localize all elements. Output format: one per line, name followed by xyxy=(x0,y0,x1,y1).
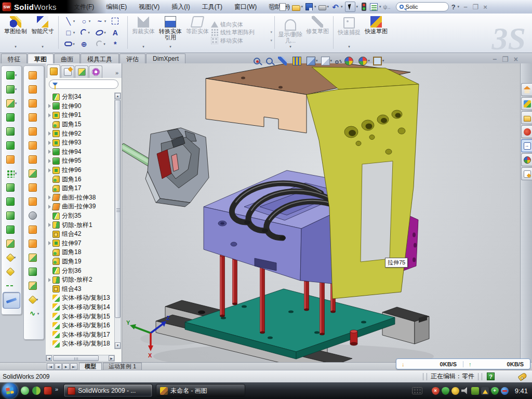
tool-button[interactable]: ▾ xyxy=(24,152,44,166)
tool-button[interactable]: ▾ xyxy=(2,82,21,96)
tool-button[interactable]: ▾ xyxy=(24,138,44,152)
tool-button[interactable]: ▾ xyxy=(24,166,44,180)
menu-item[interactable]: 插入(I) xyxy=(170,2,191,12)
vertical-scroll-thumb[interactable] xyxy=(115,100,121,318)
feature-tree-item[interactable]: 实体-移动/复制13 xyxy=(47,294,115,303)
sketch-entity-button[interactable]: ▾ xyxy=(109,16,124,27)
offset-entities-button[interactable]: 等距实体 xyxy=(184,15,211,50)
tool-button[interactable]: ▾ xyxy=(2,166,21,180)
sketch-entity-button[interactable]: □ ▾ xyxy=(62,27,77,38)
tree-vertical-scrollbar[interactable]: ▲ ▼ xyxy=(114,92,121,349)
expander-icon[interactable] xyxy=(48,113,51,117)
tool-button[interactable]: ▾ xyxy=(2,124,21,138)
feature-tree-item[interactable]: 拉伸96 xyxy=(47,166,115,175)
feature-tree-item[interactable]: 实体-移动/复制15 xyxy=(47,312,115,321)
expander-icon[interactable] xyxy=(48,195,51,200)
feature-tree-item[interactable]: 组合42 xyxy=(47,230,115,239)
view-tool-button[interactable]: ▾ xyxy=(266,58,275,64)
expander-icon[interactable] xyxy=(48,223,51,227)
scroll-down-button[interactable]: ▼ xyxy=(115,342,121,349)
feature-tree-item[interactable]: 圆角18 xyxy=(47,248,115,257)
minimize-button[interactable]: − xyxy=(461,3,470,11)
menu-item[interactable]: 视图(V) xyxy=(138,2,161,12)
sketch-entity-button[interactable]: ⊕ ▾ xyxy=(77,38,93,50)
mirror-entities-button[interactable]: 镜向实体 xyxy=(211,21,272,28)
select-dropdown-icon[interactable]: ▾ xyxy=(356,5,358,9)
sketch-entity-button[interactable]: * ▾ xyxy=(109,38,124,50)
scroll-up-button[interactable]: ▲ xyxy=(115,93,121,99)
task-pane-tab[interactable] xyxy=(521,125,532,138)
tool-button[interactable]: ▾ xyxy=(24,96,44,110)
scroll-right-button[interactable]: ▶ xyxy=(109,355,114,361)
security-shield-icon[interactable] xyxy=(442,387,449,395)
pin-button[interactable] xyxy=(269,4,276,10)
tool-button[interactable]: ▾ xyxy=(24,82,44,96)
close-button[interactable]: × xyxy=(481,3,489,11)
update-blocked-icon[interactable] xyxy=(501,387,509,395)
quick-tips-help-button[interactable]: ? xyxy=(487,373,495,380)
quicklaunch-solidworks-icon[interactable] xyxy=(44,387,52,395)
view-tool-button[interactable]: ▾ xyxy=(307,57,318,65)
view-tool-button[interactable]: ▾ xyxy=(254,58,263,64)
feature-tree-item[interactable]: 实体-移动/复制14 xyxy=(47,303,115,312)
view-tool-button[interactable]: ▾ xyxy=(344,57,356,65)
feature-tree-item[interactable]: 圆角16 xyxy=(47,175,115,184)
linear-sketch-pattern-button[interactable]: 线性草图阵列 ▾ xyxy=(211,29,272,36)
tool-button[interactable]: ▾ xyxy=(24,208,44,222)
sketch-button[interactable]: 草图绘制 ▾ xyxy=(2,15,29,50)
feature-tree-item[interactable]: 拉伸95 xyxy=(47,156,115,166)
view-tool-button[interactable]: ▾ xyxy=(321,57,332,65)
feature-tree-item[interactable]: 拉伸91 xyxy=(47,111,115,120)
configurationmanager-tab[interactable] xyxy=(75,65,88,78)
expander-icon[interactable] xyxy=(48,159,51,163)
featuremanager-tab[interactable] xyxy=(47,64,60,78)
expander-icon[interactable] xyxy=(48,205,51,209)
certificate-icon[interactable] xyxy=(451,387,459,395)
stoplight-icon[interactable] xyxy=(362,3,366,11)
tool-button[interactable]: ▾ xyxy=(2,222,21,236)
tool-button[interactable]: ▾ xyxy=(2,152,21,166)
expander-icon[interactable] xyxy=(48,104,51,108)
tool-button[interactable]: ▾ xyxy=(24,68,44,82)
expander-icon[interactable] xyxy=(48,168,51,172)
restore-button[interactable]: ❐ xyxy=(471,3,480,11)
task-pane-tab[interactable] xyxy=(521,167,532,180)
save-button[interactable] xyxy=(305,3,313,10)
open-document-button[interactable] xyxy=(292,5,300,11)
menu-item[interactable]: 文件(F) xyxy=(73,2,95,12)
feature-tree-item[interactable]: 实体-移动/复制16 xyxy=(47,321,115,330)
expander-icon[interactable] xyxy=(48,141,51,145)
panel-more-button[interactable]: » xyxy=(113,70,121,78)
tool-button[interactable]: ▾ xyxy=(24,292,44,307)
ribbon-tab[interactable]: 草图 xyxy=(28,54,54,63)
view-tool-button[interactable]: ▾ xyxy=(358,57,370,65)
ribbon-tab[interactable]: 模具工具 xyxy=(81,54,119,63)
quicklaunch-media-icon[interactable] xyxy=(32,387,41,395)
trim-entities-button[interactable]: 剪裁实体 ▾ xyxy=(130,15,157,50)
tool-button[interactable]: ▾ xyxy=(2,278,21,292)
menu-item[interactable]: 工具(T) xyxy=(201,2,223,12)
volume-icon[interactable] xyxy=(461,387,469,395)
convert-entities-button[interactable]: 转换实体引用 ▾ xyxy=(157,15,184,50)
sketch-entity-button[interactable]: ○ ▾ xyxy=(77,16,93,27)
tab-nav-button[interactable]: |◀ xyxy=(47,363,54,370)
feature-tree-item[interactable]: 分割35 xyxy=(47,211,115,221)
select-arrow-button[interactable] xyxy=(345,2,355,12)
tool-button[interactable]: ▾ xyxy=(2,138,21,152)
feature-tree-item[interactable]: 组合43 xyxy=(47,284,115,294)
tool-button[interactable]: ▾ xyxy=(24,250,44,264)
quicklaunch-overflow-chevron[interactable]: » xyxy=(55,386,58,392)
print-button[interactable] xyxy=(318,5,326,10)
feature-tree-item[interactable]: 曲面-拉伸39 xyxy=(47,202,115,211)
scroll-left-button[interactable]: ◀ xyxy=(46,355,52,361)
tool-button[interactable]: ▾ xyxy=(24,307,44,321)
model-clamp-assembly[interactable] xyxy=(122,128,209,207)
options-dropdown-icon[interactable]: ▾ xyxy=(379,5,381,9)
input-method-keyboard-icon[interactable] xyxy=(412,387,422,394)
ribbon-tab[interactable]: 评估 xyxy=(119,54,145,63)
tree-filter-input[interactable] xyxy=(49,79,118,89)
sketch-entity-button[interactable]: ▾ xyxy=(93,27,109,38)
pattern-d[interactable]: ▾ xyxy=(270,29,272,35)
feature-tree-item[interactable]: 圆角15 xyxy=(47,120,115,129)
tool-button[interactable]: ▾ xyxy=(2,264,21,278)
